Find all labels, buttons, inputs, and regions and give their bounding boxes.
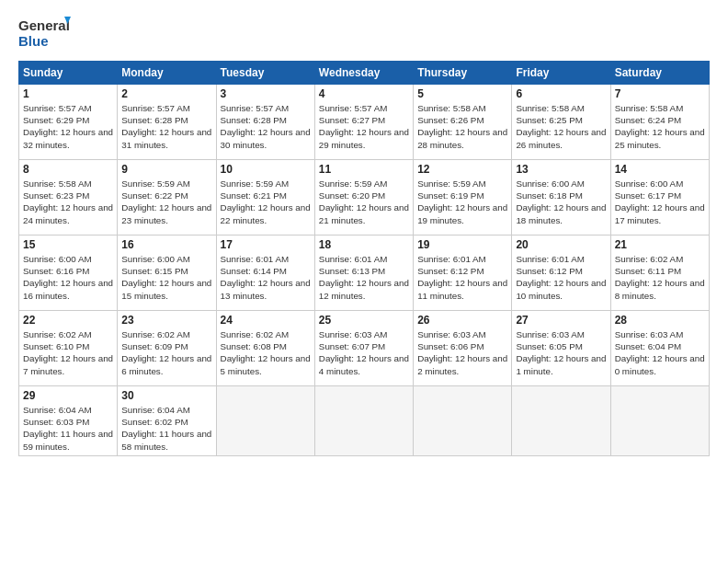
table-row: 10 Sunrise: 5:59 AM Sunset: 6:21 PM Dayl…: [216, 160, 314, 236]
table-row: 7 Sunrise: 5:58 AM Sunset: 6:24 PM Dayli…: [610, 85, 709, 160]
table-row: 20 Sunrise: 6:01 AM Sunset: 6:12 PM Dayl…: [512, 236, 610, 311]
svg-text:General: General: [18, 17, 70, 33]
day-info: Sunrise: 6:04 AM Sunset: 6:02 PM Dayligh…: [121, 404, 211, 453]
page: General Blue Sunday Monday Tuesday Wedne…: [0, 0, 728, 563]
col-sunday: Sunday: [19, 62, 118, 85]
table-row: 9 Sunrise: 5:59 AM Sunset: 6:22 PM Dayli…: [118, 160, 216, 236]
table-row: 18 Sunrise: 6:01 AM Sunset: 6:13 PM Dayl…: [314, 236, 413, 311]
day-info: Sunrise: 5:58 AM Sunset: 6:26 PM Dayligh…: [417, 102, 507, 151]
logo-svg: General Blue: [18, 15, 74, 52]
day-number: 13: [516, 163, 606, 176]
table-row: 2 Sunrise: 5:57 AM Sunset: 6:28 PM Dayli…: [118, 85, 216, 160]
calendar-header-row: Sunday Monday Tuesday Wednesday Thursday…: [19, 62, 710, 85]
day-info: Sunrise: 6:03 AM Sunset: 6:06 PM Dayligh…: [417, 328, 507, 377]
col-thursday: Thursday: [414, 62, 512, 85]
table-row: 6 Sunrise: 5:58 AM Sunset: 6:25 PM Dayli…: [512, 85, 610, 160]
table-row: 19 Sunrise: 6:01 AM Sunset: 6:12 PM Dayl…: [414, 236, 512, 311]
day-info: Sunrise: 5:57 AM Sunset: 6:29 PM Dayligh…: [23, 102, 113, 151]
table-row: 27 Sunrise: 6:03 AM Sunset: 6:05 PM Dayl…: [512, 311, 610, 386]
day-info: Sunrise: 6:01 AM Sunset: 6:13 PM Dayligh…: [319, 253, 409, 302]
svg-text:Blue: Blue: [18, 33, 49, 49]
day-number: 26: [417, 314, 507, 327]
day-info: Sunrise: 6:01 AM Sunset: 6:14 PM Dayligh…: [221, 253, 311, 302]
day-info: Sunrise: 6:01 AM Sunset: 6:12 PM Dayligh…: [516, 253, 606, 302]
day-info: Sunrise: 6:03 AM Sunset: 6:04 PM Dayligh…: [615, 328, 705, 377]
day-info: Sunrise: 5:57 AM Sunset: 6:28 PM Dayligh…: [121, 102, 211, 151]
table-row: 22 Sunrise: 6:02 AM Sunset: 6:10 PM Dayl…: [19, 311, 118, 386]
table-row: 25 Sunrise: 6:03 AM Sunset: 6:07 PM Dayl…: [314, 311, 413, 386]
day-info: Sunrise: 6:00 AM Sunset: 6:15 PM Dayligh…: [121, 253, 211, 302]
day-number: 22: [23, 314, 113, 327]
col-wednesday: Wednesday: [314, 62, 413, 85]
day-number: 5: [417, 87, 507, 100]
day-number: 21: [615, 238, 705, 251]
day-number: 25: [319, 314, 409, 327]
day-info: Sunrise: 5:57 AM Sunset: 6:28 PM Dayligh…: [221, 102, 311, 151]
day-number: 1: [23, 87, 113, 100]
table-row: 24 Sunrise: 6:02 AM Sunset: 6:08 PM Dayl…: [216, 311, 314, 386]
table-row: 11 Sunrise: 5:59 AM Sunset: 6:20 PM Dayl…: [314, 160, 413, 236]
day-info: Sunrise: 6:00 AM Sunset: 6:18 PM Dayligh…: [516, 178, 606, 226]
day-number: 19: [417, 238, 507, 251]
day-info: Sunrise: 6:02 AM Sunset: 6:11 PM Dayligh…: [615, 253, 705, 302]
day-number: 8: [23, 163, 113, 176]
table-row: [414, 386, 512, 456]
day-number: 29: [23, 389, 113, 402]
day-info: Sunrise: 6:00 AM Sunset: 6:17 PM Dayligh…: [615, 178, 705, 226]
day-info: Sunrise: 5:59 AM Sunset: 6:20 PM Dayligh…: [319, 178, 409, 226]
table-row: [610, 386, 709, 456]
table-row: 13 Sunrise: 6:00 AM Sunset: 6:18 PM Dayl…: [512, 160, 610, 236]
day-number: 17: [221, 238, 311, 251]
day-number: 23: [121, 314, 211, 327]
day-info: Sunrise: 5:57 AM Sunset: 6:27 PM Dayligh…: [319, 102, 409, 151]
day-info: Sunrise: 6:00 AM Sunset: 6:16 PM Dayligh…: [23, 253, 113, 302]
table-row: [314, 386, 413, 456]
header: General Blue: [18, 15, 710, 52]
table-row: 30 Sunrise: 6:04 AM Sunset: 6:02 PM Dayl…: [118, 386, 216, 456]
day-number: 16: [121, 238, 211, 251]
table-row: 23 Sunrise: 6:02 AM Sunset: 6:09 PM Dayl…: [118, 311, 216, 386]
day-number: 7: [615, 87, 705, 100]
day-number: 28: [615, 314, 705, 327]
table-row: 16 Sunrise: 6:00 AM Sunset: 6:15 PM Dayl…: [118, 236, 216, 311]
table-row: 3 Sunrise: 5:57 AM Sunset: 6:28 PM Dayli…: [216, 85, 314, 160]
day-info: Sunrise: 6:02 AM Sunset: 6:08 PM Dayligh…: [221, 328, 311, 377]
day-info: Sunrise: 6:04 AM Sunset: 6:03 PM Dayligh…: [23, 404, 113, 453]
day-info: Sunrise: 6:01 AM Sunset: 6:12 PM Dayligh…: [417, 253, 507, 302]
day-number: 14: [615, 163, 705, 176]
day-number: 6: [516, 87, 606, 100]
table-row: [216, 386, 314, 456]
day-number: 15: [23, 238, 113, 251]
day-info: Sunrise: 6:03 AM Sunset: 6:07 PM Dayligh…: [319, 328, 409, 377]
table-row: 1 Sunrise: 5:57 AM Sunset: 6:29 PM Dayli…: [19, 85, 118, 160]
day-info: Sunrise: 6:02 AM Sunset: 6:09 PM Dayligh…: [121, 328, 211, 377]
day-number: 18: [319, 238, 409, 251]
day-number: 2: [121, 87, 211, 100]
day-number: 9: [121, 163, 211, 176]
day-info: Sunrise: 5:59 AM Sunset: 6:22 PM Dayligh…: [121, 178, 211, 226]
day-number: 10: [221, 163, 311, 176]
table-row: 29 Sunrise: 6:04 AM Sunset: 6:03 PM Dayl…: [19, 386, 118, 456]
table-row: 28 Sunrise: 6:03 AM Sunset: 6:04 PM Dayl…: [610, 311, 709, 386]
day-number: 11: [319, 163, 409, 176]
day-info: Sunrise: 5:58 AM Sunset: 6:23 PM Dayligh…: [23, 178, 113, 226]
day-number: 4: [319, 87, 409, 100]
table-row: 17 Sunrise: 6:01 AM Sunset: 6:14 PM Dayl…: [216, 236, 314, 311]
table-row: 14 Sunrise: 6:00 AM Sunset: 6:17 PM Dayl…: [610, 160, 709, 236]
day-info: Sunrise: 6:03 AM Sunset: 6:05 PM Dayligh…: [516, 328, 606, 377]
day-info: Sunrise: 5:58 AM Sunset: 6:24 PM Dayligh…: [615, 102, 705, 151]
col-tuesday: Tuesday: [216, 62, 314, 85]
day-number: 20: [516, 238, 606, 251]
table-row: [512, 386, 610, 456]
table-row: 5 Sunrise: 5:58 AM Sunset: 6:26 PM Dayli…: [414, 85, 512, 160]
day-number: 24: [221, 314, 311, 327]
col-friday: Friday: [512, 62, 610, 85]
day-info: Sunrise: 5:59 AM Sunset: 6:21 PM Dayligh…: [221, 178, 311, 226]
day-number: 30: [121, 389, 211, 402]
logo: General Blue: [18, 15, 74, 52]
table-row: 8 Sunrise: 5:58 AM Sunset: 6:23 PM Dayli…: [19, 160, 118, 236]
table-row: 12 Sunrise: 5:59 AM Sunset: 6:19 PM Dayl…: [414, 160, 512, 236]
table-row: 26 Sunrise: 6:03 AM Sunset: 6:06 PM Dayl…: [414, 311, 512, 386]
col-saturday: Saturday: [610, 62, 709, 85]
day-number: 12: [417, 163, 507, 176]
